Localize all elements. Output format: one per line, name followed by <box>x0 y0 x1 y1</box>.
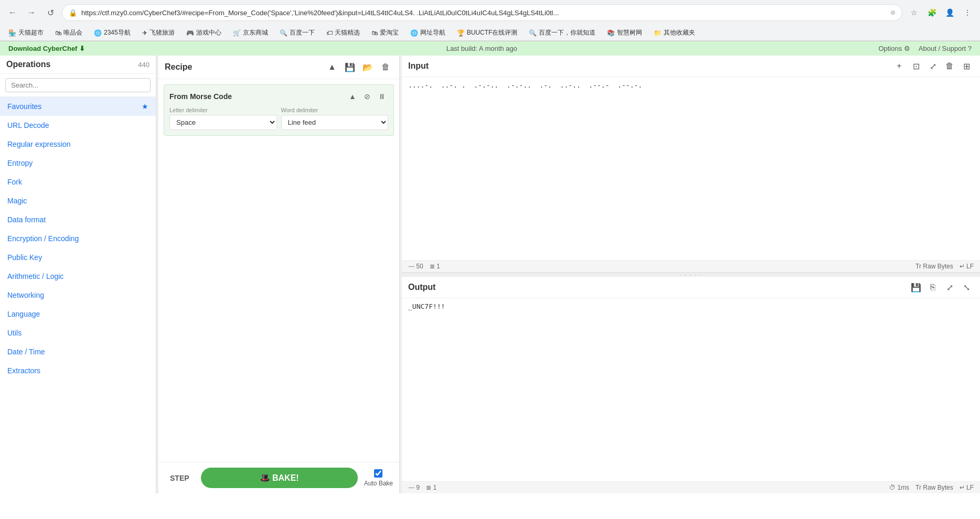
recipe-panel: Recipe ▲ 💾 📂 🗑 From Morse Code ▲ ⊘ ⏸ <box>158 56 400 493</box>
sidebar-item-public-key[interactable]: Public Key <box>0 248 156 267</box>
output-char-count: ⸻ 9 <box>408 484 420 491</box>
auto-bake-checkbox[interactable] <box>374 469 382 478</box>
sidebar-item-arithmetic[interactable]: Arithmetic / Logic <box>0 267 156 286</box>
main-layout: Operations 440 Favourites ★ URL Decode R… <box>0 56 980 493</box>
sidebar-item-url-decode[interactable]: URL Decode <box>0 116 156 135</box>
output-expand-button[interactable]: ⤢ <box>942 280 957 295</box>
sidebar-item-entropy[interactable]: Entropy <box>0 154 156 172</box>
input-line-count: ≣ 1 <box>430 263 440 270</box>
options-link[interactable]: Options ⚙ <box>878 45 910 52</box>
input-status-right: Tr Raw Bytes ↵ LF <box>915 263 974 270</box>
bookmark-jd[interactable]: 🛒京东商城 <box>230 27 271 38</box>
forward-button[interactable]: → <box>24 5 39 20</box>
bookmark-baidu[interactable]: 🔍百度一下 <box>276 27 318 38</box>
sidebar-item-encryption[interactable]: Encryption / Encoding <box>0 229 156 248</box>
recipe-clear-button[interactable]: 🗑 <box>378 60 393 74</box>
sidebar-item-datetime[interactable]: Date / Time <box>0 342 156 361</box>
sidebar-item-networking[interactable]: Networking <box>0 286 156 305</box>
bookmarks-bar: 🏪天猫超市 🛍唯品会 🌐2345导航 ✈飞猪旅游 🎮游戏中心 🛒京东商城 🔍百度… <box>0 25 980 41</box>
bookmark-feizhu[interactable]: ✈飞猪旅游 <box>139 27 178 38</box>
sidebar-item-fork[interactable]: Fork <box>0 172 156 191</box>
sidebar-item-regex[interactable]: Regular expression <box>0 135 156 154</box>
recipe-content: From Morse Code ▲ ⊘ ⏸ Letter delimiter S… <box>158 79 399 462</box>
address-bar[interactable]: 🔒 https://ctf.mzy0.com/CyberChef3/#recip… <box>62 4 902 21</box>
sidebar-item-favourites[interactable]: Favourites ★ <box>0 97 156 116</box>
output-status-left: ⸻ 9 ≣ 1 <box>408 484 436 491</box>
input-textarea[interactable]: ....-. ..-. . .-.-.. .-.-.. .-. ..-.. .-… <box>408 81 974 256</box>
bookmark-zhihuishu[interactable]: 📚智慧树网 <box>604 27 645 38</box>
recipe-step-controls: ▲ ⊘ ⏸ <box>346 90 388 103</box>
bookmark-weipin[interactable]: 🛍唯品会 <box>52 27 86 38</box>
browser-chrome: ← → ↺ 🔒 https://ctf.mzy0.com/CyberChef3/… <box>0 0 980 41</box>
bookmark-aitao[interactable]: 🛍爱淘宝 <box>368 27 402 38</box>
recipe-step-morse: From Morse Code ▲ ⊘ ⏸ Letter delimiter S… <box>164 84 394 136</box>
word-delimiter-select[interactable]: Line feed <box>281 115 389 130</box>
sidebar-item-language[interactable]: Language <box>0 305 156 323</box>
nav-links: Options ⚙ About / Support ? <box>878 45 972 52</box>
output-lf: ↵ LF <box>960 484 974 491</box>
output-section: Output 💾 ⎘ ⤢ ⤡ _UNC7F!!! ⸻ 9 ≣ 1 ⏱ 1ms <box>402 277 980 493</box>
bookmark-others[interactable]: 📁其他收藏夹 <box>651 27 698 38</box>
bookmark-game[interactable]: 🎮游戏中心 <box>183 27 225 38</box>
output-value: _UNC7F!!! <box>408 302 445 310</box>
recipe-step-title: From Morse Code <box>169 92 232 101</box>
notification-bar: Download CyberChef ⬇ Last build: A month… <box>0 41 980 56</box>
recipe-open-button[interactable]: 📂 <box>360 60 375 74</box>
letter-delimiter-select[interactable]: Space <box>169 115 277 130</box>
input-status-left: ⸻ 50 ≣ 1 <box>408 263 440 270</box>
back-button[interactable]: ← <box>5 5 20 20</box>
output-copy-button[interactable]: ⎘ <box>925 280 940 295</box>
star-icon: ★ <box>142 102 148 111</box>
browser-top-bar: ← → ↺ 🔒 https://ctf.mzy0.com/CyberChef3/… <box>0 0 980 25</box>
about-link[interactable]: About / Support ? <box>919 45 972 52</box>
input-maximize-button[interactable]: ⊡ <box>909 59 923 73</box>
input-status-bar: ⸻ 50 ≣ 1 Tr Raw Bytes ↵ LF <box>402 260 980 272</box>
profile-button[interactable]: 👤 <box>942 5 957 20</box>
bookmark-tianmao[interactable]: 🏪天猫超市 <box>5 27 47 38</box>
raw-bytes-label: Tr Raw Bytes <box>915 263 953 270</box>
output-save-button[interactable]: 💾 <box>909 280 923 295</box>
sidebar-search-container <box>0 74 156 97</box>
output-time: ⏱ 1ms <box>889 484 909 491</box>
download-link[interactable]: Download CyberChef ⬇ <box>8 45 85 52</box>
star-button[interactable]: ☆ <box>907 5 921 20</box>
input-grid-button[interactable]: ⊞ <box>959 59 974 73</box>
sidebar: Operations 440 Favourites ★ URL Decode R… <box>0 56 156 493</box>
output-fullscreen-button[interactable]: ⤡ <box>959 280 974 295</box>
recipe-save-button[interactable]: 💾 <box>343 60 357 74</box>
input-content: ....-. ..-. . .-.-.. .-.-.. .-. ..-.. .-… <box>402 77 980 260</box>
search-input[interactable] <box>5 78 151 92</box>
io-divider-handle[interactable]: · · · · · <box>402 273 980 277</box>
bake-footer: STEP 🎩 BAKE! Auto Bake <box>158 462 399 493</box>
bookmark-buuctf[interactable]: 🏆BUUCTF在线评测 <box>454 27 521 38</box>
sidebar-item-magic[interactable]: Magic <box>0 191 156 210</box>
bake-button[interactable]: 🎩 BAKE! <box>201 468 358 488</box>
recipe-step-pause-btn[interactable]: ⏸ <box>376 90 388 103</box>
sidebar-item-utils[interactable]: Utils <box>0 323 156 342</box>
input-delete-button[interactable]: 🗑 <box>942 59 957 73</box>
bookmark-2345[interactable]: 🌐2345导航 <box>91 27 134 38</box>
bookmark-baidu2[interactable]: 🔍百度一下，你就知道 <box>526 27 599 38</box>
recipe-step-disable-btn[interactable]: ⊘ <box>361 90 374 103</box>
bookmark-tianmaojing[interactable]: 🏷天猫精选 <box>323 27 363 38</box>
output-raw-bytes: Tr Raw Bytes <box>915 484 953 491</box>
menu-button[interactable]: ⋮ <box>960 5 975 20</box>
output-header: Output 💾 ⎘ ⤢ ⤡ <box>402 277 980 298</box>
input-expand-button[interactable]: ⤢ <box>925 59 940 73</box>
output-status-bar: ⸻ 9 ≣ 1 ⏱ 1ms Tr Raw Bytes ↵ LF <box>402 481 980 493</box>
recipe-collapse-button[interactable]: ▲ <box>325 60 339 74</box>
bookmark-wangzhi[interactable]: 🌐网址导航 <box>407 27 449 38</box>
input-actions: + ⊡ ⤢ 🗑 ⊞ <box>892 59 974 73</box>
reload-button[interactable]: ↺ <box>43 5 58 20</box>
input-header: Input + ⊡ ⤢ 🗑 ⊞ <box>402 56 980 77</box>
extensions-button[interactable]: 🧩 <box>924 5 939 20</box>
input-add-button[interactable]: + <box>892 59 907 73</box>
sidebar-item-extractors[interactable]: Extractors <box>0 361 156 380</box>
auto-bake-label: Auto Bake <box>364 480 393 487</box>
output-content: _UNC7F!!! <box>402 298 980 481</box>
recipe-step-collapse-btn[interactable]: ▲ <box>346 90 359 103</box>
step-button[interactable]: STEP <box>165 471 195 485</box>
sidebar-title: Operations <box>6 60 50 69</box>
sidebar-item-data-format[interactable]: Data format <box>0 210 156 229</box>
browser-icons: ☆ 🧩 👤 ⋮ <box>907 5 975 20</box>
